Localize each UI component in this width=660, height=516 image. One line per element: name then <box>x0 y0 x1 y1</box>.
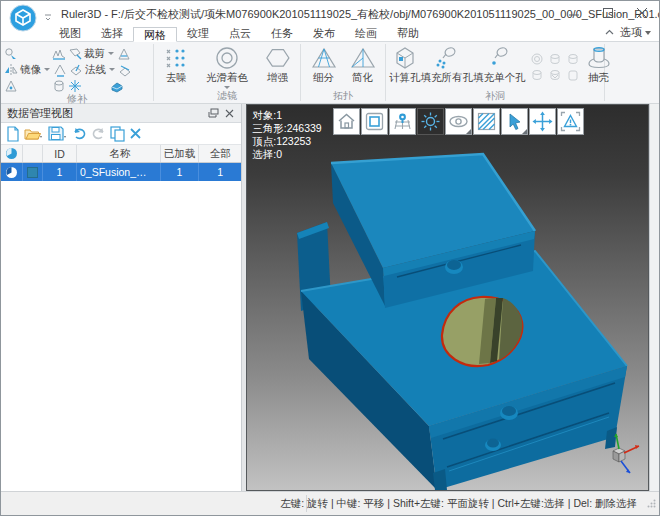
options-menu[interactable]: 选项 <box>620 25 651 40</box>
quick-access-chevron-icon[interactable] <box>43 9 53 19</box>
normals-label[interactable]: 法线 <box>85 63 106 77</box>
id-column-header[interactable]: ID <box>43 145 77 162</box>
cylinder-fit-icon[interactable] <box>52 79 66 93</box>
app-logo-icon[interactable] <box>9 4 37 32</box>
save-button[interactable] <box>48 125 68 143</box>
tab-publish[interactable]: 发布 <box>303 26 345 41</box>
loaded-column-header[interactable]: 已加载 <box>161 145 199 162</box>
close-button[interactable] <box>625 1 659 25</box>
shell-label: 抽壳 <box>588 71 609 85</box>
subdivide-label: 细分 <box>313 71 334 85</box>
hole-tool-icon[interactable] <box>566 68 582 82</box>
crop-label[interactable]: 裁剪 <box>84 47 105 61</box>
mouse-hints: 左键: 旋转 | 中键: 平移 | Shift+左键: 平面旋转 | Ctrl+… <box>280 497 637 511</box>
light-toggle-button[interactable] <box>417 108 444 135</box>
tab-mesh[interactable]: 网格 <box>133 27 177 42</box>
crop-dropdown-icon[interactable] <box>108 52 114 55</box>
collapse-ribbon-icon[interactable] <box>604 27 615 39</box>
denoise-button[interactable]: 去噪 <box>157 44 195 85</box>
tab-paint[interactable]: 绘画 <box>345 26 387 41</box>
hole-tool-icon[interactable] <box>566 52 582 66</box>
redo-button[interactable] <box>91 125 106 143</box>
tab-help[interactable]: 帮助 <box>387 26 429 41</box>
mirror-label[interactable]: 镜像 <box>20 63 41 77</box>
tab-select[interactable]: 选择 <box>91 26 133 41</box>
ribbon: 裁剪 镜像 法线 <box>1 42 659 104</box>
bucket-repair-icon[interactable] <box>110 79 124 93</box>
compute-holes-button[interactable]: 计算孔 <box>389 44 421 85</box>
subdivide-button[interactable]: 细分 <box>304 44 343 85</box>
select-brush-icon[interactable] <box>4 47 18 61</box>
repair-group-label: 修补 <box>4 93 150 105</box>
normals-dropdown-icon[interactable] <box>109 68 115 71</box>
maximize-button[interactable] <box>591 1 625 25</box>
holes-group-label: 补洞 <box>389 90 601 103</box>
select-cursor-button[interactable] <box>501 108 528 135</box>
row-color-swatch[interactable] <box>23 163 43 181</box>
visibility-mode-button[interactable] <box>445 108 472 135</box>
filter-group-label: 滤镜 <box>157 90 297 103</box>
model-nightstand[interactable] <box>247 105 649 490</box>
color-column-header[interactable] <box>23 145 43 162</box>
total-column-header[interactable]: 全部 <box>199 145 241 162</box>
table-row[interactable]: 1 0_SFusion_… 1 1 <box>1 163 241 181</box>
smooth-shading-dropdown-icon[interactable] <box>224 86 230 89</box>
tab-task[interactable]: 任务 <box>261 26 303 41</box>
triangle-tool-icon[interactable] <box>4 79 18 93</box>
mirror-icon[interactable] <box>4 63 18 77</box>
hole-tool-icon[interactable] <box>548 52 564 66</box>
hole-tool-icon[interactable] <box>548 68 564 82</box>
undo-button[interactable] <box>72 125 87 143</box>
hole-tool-icon[interactable] <box>530 68 546 82</box>
info-selection: 选择:0 <box>252 148 321 161</box>
row-visibility-icon[interactable] <box>1 163 23 181</box>
fill-all-holes-button[interactable]: 填充所有孔 <box>421 44 474 85</box>
home-view-button[interactable] <box>333 108 360 135</box>
simplify-label: 简化 <box>352 71 373 85</box>
tab-pointcloud[interactable]: 点云 <box>219 26 261 41</box>
pan-move-button[interactable] <box>529 108 556 135</box>
shell-button[interactable]: 抽壳 <box>586 44 612 85</box>
close-panel-icon[interactable] <box>221 106 237 121</box>
title-bar: Ruler3D - F:/后交不检校测试/项朱M076900K201051119… <box>1 1 659 27</box>
tab-texture[interactable]: 纹理 <box>177 26 219 41</box>
smooth-shading-button[interactable]: 光滑着色 <box>195 44 258 89</box>
normals-plane-icon[interactable] <box>69 63 83 77</box>
defeature-icon[interactable] <box>117 47 131 61</box>
mirror-dropdown-icon[interactable] <box>44 68 50 71</box>
open-file-button[interactable] <box>24 125 44 143</box>
copy-button[interactable] <box>110 125 125 143</box>
hole-tool-icon[interactable] <box>530 52 546 66</box>
data-management-panel: 数据管理视图 <box>1 104 242 491</box>
tab-view[interactable]: 视图 <box>49 26 91 41</box>
plane-cut-icon[interactable] <box>118 63 132 77</box>
compute-holes-label: 计算孔 <box>389 71 421 85</box>
minimize-button[interactable] <box>557 1 591 25</box>
row-name: 0_SFusion_… <box>77 163 161 181</box>
selection-warning-button[interactable] <box>557 108 584 135</box>
enhance-button[interactable]: 增强 <box>259 44 297 85</box>
resize-grip[interactable] <box>647 494 656 512</box>
data-panel-title: 数据管理视图 <box>7 106 205 121</box>
window-frame-strip <box>649 104 659 491</box>
options-label: 选项 <box>620 25 642 40</box>
flip-icon[interactable] <box>53 63 67 77</box>
wireframe-mode-button[interactable] <box>473 108 500 135</box>
new-file-button[interactable] <box>6 125 20 143</box>
viewport-3d[interactable]: 对象:1 三角形:246339 顶点:123253 选择:0 <box>246 104 649 491</box>
fit-view-button[interactable] <box>361 108 388 135</box>
delete-button[interactable] <box>129 125 142 143</box>
spikes-remove-icon[interactable] <box>52 47 66 61</box>
data-panel-header: 数据管理视图 <box>1 104 241 123</box>
simplify-button[interactable]: 简化 <box>343 44 382 85</box>
flyout-corner-icon <box>522 129 527 134</box>
lasso-crop-icon[interactable] <box>68 47 82 61</box>
snowflake-icon[interactable] <box>68 79 82 93</box>
visibility-column-header[interactable] <box>1 145 23 162</box>
main-area: 数据管理视图 <box>1 104 659 491</box>
float-panel-icon[interactable] <box>205 106 221 121</box>
fill-single-hole-button[interactable]: 填充单个孔 <box>473 44 526 85</box>
name-column-header[interactable]: 名称 <box>77 145 161 162</box>
viewpoint-button[interactable] <box>389 108 416 135</box>
smooth-shading-label: 光滑着色 <box>206 71 248 85</box>
